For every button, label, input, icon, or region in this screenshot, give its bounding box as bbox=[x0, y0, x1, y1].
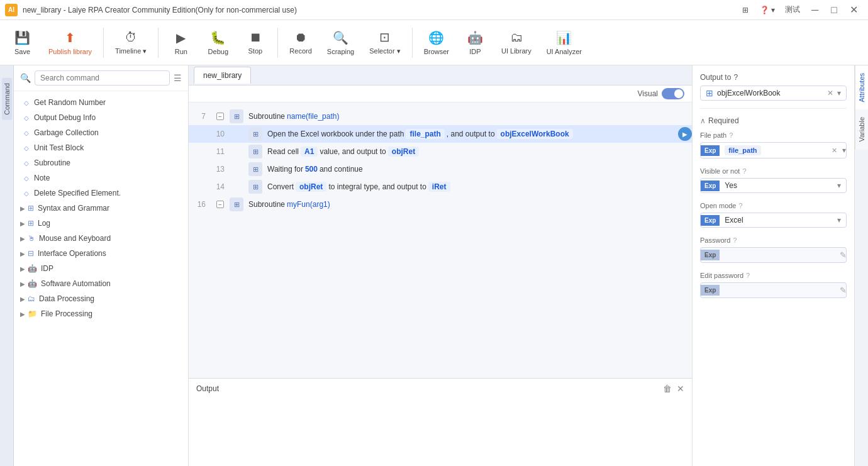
browser-button[interactable]: 🌐 Browser bbox=[418, 26, 455, 59]
password-help-icon[interactable]: ? bbox=[733, 236, 737, 244]
table-row: 7 − ⊞ Subroutine name(file_path) bbox=[189, 108, 692, 125]
edit-password-help-icon[interactable]: ? bbox=[746, 272, 750, 279]
cmd-group-data[interactable]: ▶ 🗂 Data Processing bbox=[14, 291, 188, 306]
cmd-group-syntax[interactable]: ▶ ⊞ Syntax and Grammar bbox=[14, 201, 188, 216]
remove-output-tag-button[interactable]: ✕ bbox=[827, 89, 833, 97]
clear-output-button[interactable]: 🗑 bbox=[663, 384, 672, 394]
output-dropdown-arrow[interactable]: ▾ bbox=[837, 89, 841, 97]
list-item[interactable]: ◇ Unit Test Block bbox=[14, 140, 188, 155]
edit-password-input[interactable] bbox=[720, 283, 836, 297]
output-to-help-icon[interactable]: ? bbox=[733, 73, 738, 82]
code-text: and continue bbox=[320, 165, 363, 174]
selector-icon: ⊡ bbox=[379, 30, 390, 45]
collapse-button[interactable]: − bbox=[216, 113, 224, 120]
scraping-button[interactable]: 🔍 Scraping bbox=[321, 26, 360, 59]
search-box: 🔍 ☰ bbox=[14, 65, 188, 91]
group-icon: ⊞ bbox=[28, 204, 34, 213]
list-item[interactable]: ◇ Delete Specified Element. bbox=[14, 186, 188, 201]
collapse-button[interactable]: − bbox=[216, 201, 224, 208]
idp-button[interactable]: 🤖 IDP bbox=[458, 26, 492, 59]
cmd-label: Note bbox=[34, 174, 50, 182]
debug-button[interactable]: 🐛 Debug bbox=[201, 26, 235, 59]
password-input[interactable] bbox=[720, 248, 836, 262]
list-item[interactable]: ◇ Garbage Collection bbox=[14, 125, 188, 140]
output-to-header: Output to ? bbox=[700, 73, 847, 82]
list-item[interactable]: ◇ Note bbox=[14, 170, 188, 186]
help-menu[interactable]: ❓ ▾ bbox=[756, 6, 779, 14]
close-button[interactable]: ✕ bbox=[845, 3, 863, 17]
record-button[interactable]: ⏺ Record bbox=[283, 26, 318, 58]
ui-library-button[interactable]: 🗂 UI Library bbox=[495, 26, 538, 58]
run-icon: ▶ bbox=[176, 30, 186, 45]
code-block-icon: ⊞ bbox=[248, 162, 262, 176]
table-row[interactable]: 13 ⊞ Waiting for 500 and continue bbox=[189, 160, 692, 178]
timeline-button[interactable]: ⏱ Timeline ▾ bbox=[109, 26, 153, 59]
open-mode-dropdown-arrow[interactable]: ▾ bbox=[832, 213, 846, 227]
list-item[interactable]: ◇ Get Random Number bbox=[14, 95, 188, 110]
cmd-group-log[interactable]: ▶ ⊞ Log bbox=[14, 216, 188, 231]
group-icon: 🤖 bbox=[28, 264, 37, 273]
maximize-button[interactable]: □ bbox=[826, 3, 842, 17]
menu-icon[interactable]: ⊞ bbox=[737, 6, 754, 14]
record-icon: ⏺ bbox=[294, 30, 307, 45]
table-row: 16 − ⊞ Subroutine myFun(arg1) bbox=[189, 196, 692, 213]
code-text: Waiting for bbox=[267, 165, 303, 174]
toolbar: 💾 Save ⬆ Publish library ⏱ Timeline ▾ ▶ … bbox=[0, 20, 868, 65]
right-panel: Output to ? ⊞ objExcelWorkBook ✕ ▾ ∧ Req… bbox=[692, 65, 868, 466]
code-text: to integral type, and output to bbox=[328, 182, 426, 191]
var-obj-excel: objExcelWorkBook bbox=[497, 129, 573, 139]
toolbar-divider-1 bbox=[103, 28, 104, 58]
toolbar-divider-4 bbox=[412, 28, 413, 58]
output-to-label: Output to ? bbox=[700, 73, 738, 82]
password-edit-icon[interactable]: ✎ bbox=[836, 248, 847, 262]
cmd-group-interface[interactable]: ▶ ⊟ Interface Operations bbox=[14, 246, 188, 261]
save-button[interactable]: 💾 Save bbox=[5, 26, 40, 59]
file-path-help-icon[interactable]: ? bbox=[729, 131, 733, 139]
search-input[interactable] bbox=[35, 70, 170, 86]
close-output-button[interactable]: ✕ bbox=[677, 384, 684, 394]
debug-icon: 🐛 bbox=[210, 30, 226, 45]
stop-button[interactable]: ⏹ Stop bbox=[238, 26, 272, 58]
table-row[interactable]: 11 ⊞ Read cell A1 value, and output to o… bbox=[189, 143, 692, 160]
open-mode-help-icon[interactable]: ? bbox=[738, 202, 742, 209]
save-icon: 💾 bbox=[14, 30, 30, 45]
cmd-group-mouse[interactable]: ▶ 🖱 Mouse and Keyboard bbox=[14, 231, 188, 246]
visible-dropdown-arrow[interactable]: ▾ bbox=[832, 179, 846, 192]
list-item[interactable]: ◇ Output Debug Info bbox=[14, 110, 188, 125]
visual-toggle-switch[interactable] bbox=[662, 88, 684, 99]
visible-help-icon[interactable]: ? bbox=[742, 167, 746, 175]
variable-tab[interactable]: Variable bbox=[855, 109, 868, 150]
cmd-group-file[interactable]: ▶ 📁 File Processing bbox=[14, 306, 188, 321]
edit-password-edit-icon[interactable]: ✎ bbox=[836, 283, 847, 297]
exp-badge-edit-password: Exp bbox=[701, 285, 720, 296]
browser-icon: 🌐 bbox=[428, 30, 444, 45]
file-path-dropdown[interactable]: ▾ bbox=[842, 146, 846, 155]
canvas-tab-main[interactable]: new_library bbox=[194, 67, 251, 84]
command-tab-label[interactable]: Command bbox=[2, 78, 12, 120]
remove-file-path-button[interactable]: ✕ bbox=[832, 147, 837, 155]
app-icon: AI bbox=[5, 4, 18, 16]
exp-badge-open-mode: Exp bbox=[701, 215, 720, 226]
list-item[interactable]: ◇ Subroutine bbox=[14, 155, 188, 170]
code-block-icon: ⊞ bbox=[248, 180, 262, 194]
cmd-label: Mouse and Keyboard bbox=[39, 234, 111, 243]
attributes-tab[interactable]: Attributes bbox=[855, 65, 868, 109]
output-header: Output 🗑 ✕ bbox=[196, 384, 684, 394]
minimize-button[interactable]: ─ bbox=[806, 3, 823, 17]
filter-icon[interactable]: ☰ bbox=[174, 73, 182, 83]
required-label: Required bbox=[708, 116, 739, 125]
publish-library-button[interactable]: ⬆ Publish library bbox=[42, 26, 98, 59]
code-content: Open the Excel workbook under the path f… bbox=[267, 129, 678, 139]
cmd-group-idp[interactable]: ▶ 🤖 IDP bbox=[14, 261, 188, 276]
visible-label: Visible or not ? bbox=[700, 167, 847, 175]
diamond-icon: ◇ bbox=[24, 114, 29, 121]
output-actions: 🗑 ✕ bbox=[663, 384, 684, 394]
lang-menu[interactable]: 测试 bbox=[781, 4, 804, 15]
ui-analyzer-button[interactable]: 📊 UI Analyzer bbox=[540, 26, 588, 59]
run-button[interactable]: ▶ Run bbox=[164, 26, 198, 59]
table-row[interactable]: 14 ⊞ Convert objRet to integral type, an… bbox=[189, 178, 692, 196]
run-inline-button[interactable]: ▶ bbox=[678, 127, 692, 141]
selector-button[interactable]: ⊡ Selector ▾ bbox=[363, 26, 406, 59]
table-row[interactable]: 10 ⊞ Open the Excel workbook under the p… bbox=[189, 125, 692, 143]
cmd-group-software[interactable]: ▶ 🤖 Software Automation bbox=[14, 276, 188, 291]
